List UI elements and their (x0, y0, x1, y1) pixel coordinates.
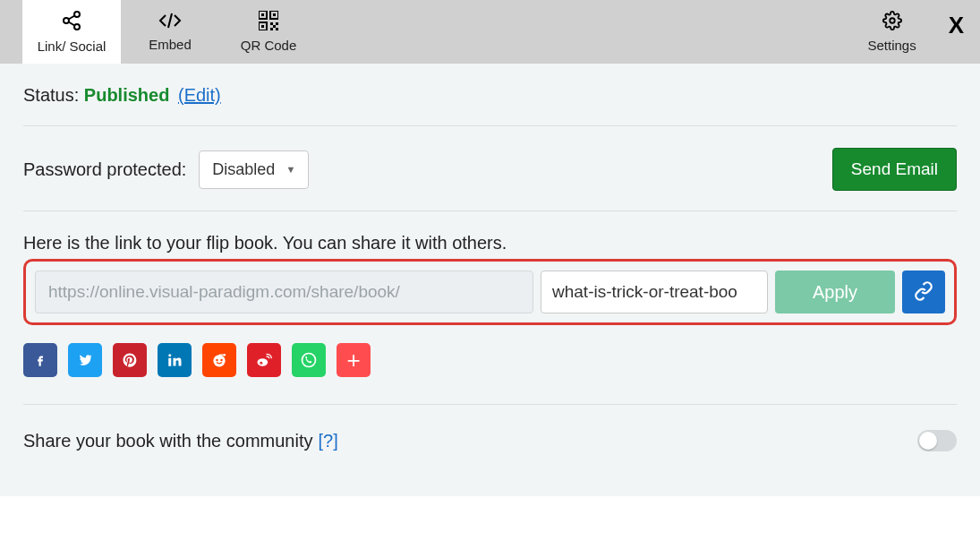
chevron-down-icon: ▼ (285, 164, 295, 175)
svg-rect-16 (273, 25, 276, 28)
svg-point-21 (216, 359, 218, 362)
link-slug-input[interactable] (541, 270, 768, 313)
svg-rect-12 (270, 22, 273, 25)
linkedin-share-button[interactable] (158, 343, 192, 377)
apply-button[interactable]: Apply (775, 270, 895, 313)
svg-point-26 (258, 358, 268, 365)
status-value: Published (84, 85, 170, 105)
more-share-button[interactable]: + (337, 343, 371, 377)
link-description: Here is the link to your flip book. You … (23, 233, 957, 253)
svg-point-19 (168, 354, 171, 356)
status-label: Status: (23, 85, 79, 105)
status-edit-link[interactable]: (Edit) (178, 85, 221, 105)
social-row: + (23, 343, 957, 377)
svg-line-5 (168, 13, 172, 28)
svg-rect-18 (168, 358, 171, 366)
password-select[interactable]: Disabled ▼ (199, 150, 309, 189)
svg-rect-15 (276, 28, 278, 30)
toggle-knob (919, 432, 937, 450)
gear-icon (882, 11, 902, 36)
svg-point-22 (220, 359, 223, 362)
tab-link-social[interactable]: Link/ Social (22, 0, 121, 64)
svg-point-0 (74, 12, 80, 17)
facebook-share-button[interactable] (23, 343, 57, 377)
svg-point-27 (260, 362, 262, 365)
svg-point-1 (64, 18, 69, 23)
whatsapp-share-button[interactable] (292, 343, 326, 377)
twitter-share-button[interactable] (68, 343, 102, 377)
send-email-button[interactable]: Send Email (832, 148, 957, 191)
code-icon (158, 12, 182, 33)
svg-point-28 (260, 363, 261, 364)
password-label: Password protected: (23, 159, 186, 180)
community-section: Share your book with the community [?] (23, 405, 957, 496)
tab-bar: Link/ Social Embed QR Code Settings X (0, 0, 980, 64)
svg-rect-13 (276, 22, 278, 25)
svg-point-17 (890, 18, 895, 23)
close-icon[interactable]: X (949, 12, 964, 39)
community-label: Share your book with the community (23, 431, 313, 451)
tab-label: Embed (149, 37, 192, 52)
svg-rect-7 (261, 13, 264, 16)
reddit-share-button[interactable] (202, 343, 236, 377)
weibo-share-button[interactable] (247, 343, 281, 377)
password-section: Password protected: Disabled ▼ Send Emai… (23, 126, 957, 211)
pinterest-share-button[interactable] (113, 343, 147, 377)
svg-rect-11 (261, 25, 264, 28)
tab-label: QR Code (241, 38, 297, 53)
svg-line-3 (69, 16, 75, 20)
svg-line-4 (69, 22, 75, 26)
copy-link-button[interactable] (902, 270, 945, 313)
link-base-input[interactable] (35, 270, 533, 313)
content-area: Status: Published (Edit) Password protec… (0, 64, 980, 496)
qrcode-icon (259, 11, 278, 34)
tab-qrcode[interactable]: QR Code (219, 0, 318, 64)
link-row-highlight: Apply (23, 259, 957, 325)
settings-button[interactable]: Settings (867, 11, 916, 53)
community-toggle[interactable] (917, 430, 957, 451)
password-value: Disabled (212, 160, 275, 179)
svg-rect-9 (273, 13, 276, 16)
tab-embed[interactable]: Embed (121, 0, 219, 64)
community-help-link[interactable]: [?] (319, 431, 338, 451)
tab-label: Link/ Social (38, 39, 107, 54)
svg-rect-14 (270, 28, 273, 30)
link-icon (914, 281, 933, 304)
link-section: Here is the link to your flip book. You … (23, 211, 957, 405)
status-section: Status: Published (Edit) (23, 64, 957, 126)
svg-point-2 (74, 24, 80, 30)
settings-label: Settings (867, 38, 916, 53)
share-icon (61, 10, 82, 35)
